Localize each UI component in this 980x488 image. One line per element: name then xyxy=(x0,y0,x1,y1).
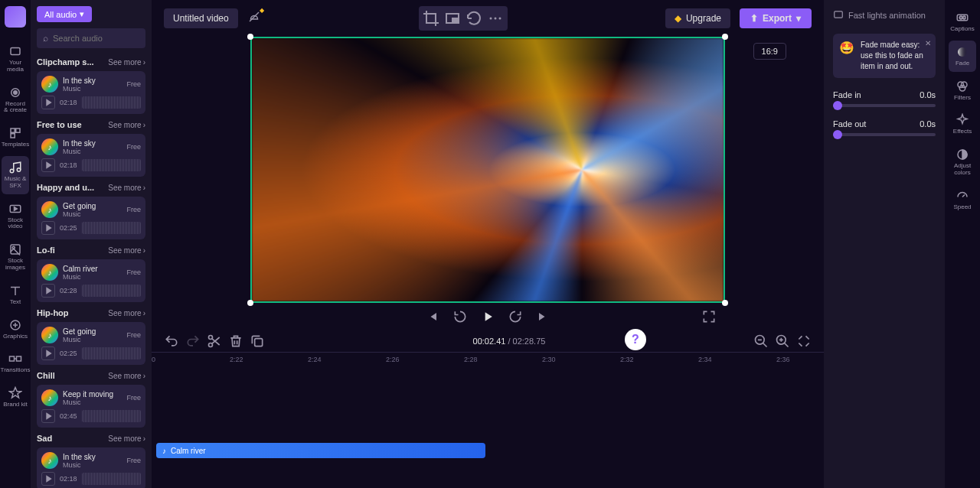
track-card[interactable]: Get going Music Free 02:25 xyxy=(37,322,145,365)
rotate-button[interactable] xyxy=(465,9,483,28)
track-waveform xyxy=(82,285,141,297)
rail-speed[interactable]: Speed xyxy=(949,184,976,216)
zoom-fit-button[interactable] xyxy=(796,333,812,349)
undo-button[interactable] xyxy=(164,333,179,349)
pip-button[interactable] xyxy=(443,9,462,28)
fade-in-slider[interactable] xyxy=(833,104,936,107)
forward-button[interactable] xyxy=(508,309,523,324)
help-button[interactable]: ? xyxy=(625,329,646,350)
close-tip-button[interactable]: ✕ xyxy=(925,38,931,49)
ruler-tick: 2:26 xyxy=(386,356,400,363)
track-card[interactable]: Calm river Music Free 02:28 xyxy=(37,259,145,302)
see-more-link[interactable]: See more › xyxy=(108,246,145,255)
track-play-button[interactable] xyxy=(41,409,55,423)
zoom-out-button[interactable] xyxy=(753,333,769,349)
track-card[interactable]: In the sky Music Free 02:18 xyxy=(37,71,145,114)
aspect-ratio-button[interactable]: 16:9 xyxy=(753,43,786,60)
track-play-button[interactable] xyxy=(41,96,55,109)
track-play-button[interactable] xyxy=(41,284,55,298)
preview-area: 16:9 ? xyxy=(152,37,824,303)
track-play-button[interactable] xyxy=(41,221,55,235)
tracks-area[interactable]: ♪ Calm river xyxy=(152,368,824,488)
category-title: Free to use xyxy=(37,120,82,129)
timeline[interactable]: 02:222:242:262:282:302:322:342:36 ♪ Calm… xyxy=(152,352,824,488)
all-audio-chip[interactable]: All audio ▾ xyxy=(37,6,92,22)
track-play-button[interactable] xyxy=(41,472,55,486)
resize-handle-tl[interactable] xyxy=(247,34,253,40)
rail-templates[interactable]: Templates xyxy=(2,122,29,153)
more-button[interactable] xyxy=(486,9,505,28)
duplicate-button[interactable] xyxy=(250,333,265,349)
audio-clip[interactable]: ♪ Calm river xyxy=(156,443,485,458)
track-thumbnail xyxy=(41,76,58,93)
track-duration: 02:18 xyxy=(60,475,77,483)
fade-out-slider[interactable] xyxy=(833,133,936,136)
zoom-in-button[interactable] xyxy=(775,333,790,349)
play-button[interactable] xyxy=(480,309,495,324)
rail-graphics[interactable]: Graphics xyxy=(2,314,29,345)
rail-stock-video[interactable]: Stock video xyxy=(2,197,29,236)
stock-images-icon xyxy=(8,242,22,256)
rail-stock-images[interactable]: Stock images xyxy=(2,238,29,276)
resize-handle-tr[interactable] xyxy=(722,34,728,40)
see-more-link[interactable]: See more › xyxy=(108,58,145,67)
fade-out-value: 0.0s xyxy=(920,119,936,129)
see-more-link[interactable]: See more › xyxy=(108,372,145,380)
effects-icon xyxy=(956,113,969,127)
preview-canvas[interactable] xyxy=(250,37,725,303)
app-logo[interactable] xyxy=(5,6,26,28)
rail-transitions[interactable]: Transitions xyxy=(2,347,29,379)
rail-text[interactable]: Text xyxy=(2,279,29,311)
redo-button[interactable] xyxy=(185,333,201,349)
rewind-button[interactable] xyxy=(452,309,468,324)
project-title[interactable]: Untitled video xyxy=(164,8,238,28)
skip-start-button[interactable] xyxy=(425,309,440,324)
search-audio-box[interactable]: ⌕ xyxy=(37,28,145,48)
track-card[interactable]: In the sky Music Free 02:18 xyxy=(37,134,145,177)
timecode: 00:02.41 / 02:28.75 xyxy=(271,337,747,346)
delete-button[interactable] xyxy=(228,333,243,349)
split-button[interactable] xyxy=(207,333,222,349)
track-play-button[interactable] xyxy=(41,346,55,360)
see-more-link[interactable]: See more › xyxy=(108,309,145,317)
upgrade-button[interactable]: ◆ Upgrade xyxy=(665,8,730,28)
track-duration: 02:28 xyxy=(60,287,77,294)
crop-button[interactable] xyxy=(422,9,440,28)
rail-adjust-colors[interactable]: Adjust colors xyxy=(949,143,976,181)
see-more-link[interactable]: See more › xyxy=(108,121,145,129)
track-card[interactable]: Keep it moving Music Free 02:45 xyxy=(37,385,145,428)
brand-kit-icon xyxy=(8,386,22,400)
track-card[interactable]: In the sky Music Free 02:18 xyxy=(37,447,145,488)
rail-brand-kit[interactable]: Brand kit xyxy=(2,382,29,413)
fullscreen-button[interactable] xyxy=(701,309,717,324)
export-button[interactable]: ⬆ Export ▾ xyxy=(740,8,812,28)
svg-rect-9 xyxy=(11,245,20,254)
slider-thumb[interactable] xyxy=(833,101,842,110)
rail-filters[interactable]: Filters xyxy=(949,75,976,106)
rail-effects[interactable]: Effects xyxy=(949,109,976,140)
category-title: Happy and u... xyxy=(37,183,94,192)
rail-fade[interactable]: Fade xyxy=(949,41,976,72)
chevron-down-icon: ▾ xyxy=(796,13,801,24)
fade-icon xyxy=(956,45,969,59)
rail-record[interactable]: Record & create xyxy=(2,81,29,119)
track-play-button[interactable] xyxy=(41,158,55,172)
track-free-badge: Free xyxy=(126,80,141,88)
preview-container[interactable]: 16:9 xyxy=(250,37,725,303)
rail-captions[interactable]: CC Captions xyxy=(949,6,976,37)
timeline-ruler[interactable]: 02:222:242:262:282:302:322:342:36 xyxy=(152,353,824,368)
see-more-link[interactable]: See more › xyxy=(108,184,145,192)
rail-your-media[interactable]: Your media xyxy=(2,40,29,78)
breadcrumb[interactable]: Fast lights animation xyxy=(833,9,936,21)
sync-icon[interactable]: ◆ xyxy=(247,10,261,27)
search-audio-input[interactable] xyxy=(53,34,152,43)
fade-in-value: 0.0s xyxy=(920,90,936,99)
ruler-tick: 2:32 xyxy=(620,356,634,363)
skip-end-button[interactable] xyxy=(535,309,550,324)
see-more-link[interactable]: See more › xyxy=(108,434,145,443)
track-free-badge: Free xyxy=(126,394,141,402)
tip-card: 🤩 Fade made easy: use this to fade an it… xyxy=(833,34,936,78)
slider-thumb[interactable] xyxy=(833,130,842,139)
rail-music[interactable]: Music & SFX xyxy=(2,156,29,194)
track-card[interactable]: Get going Music Free 02:25 xyxy=(37,197,145,239)
